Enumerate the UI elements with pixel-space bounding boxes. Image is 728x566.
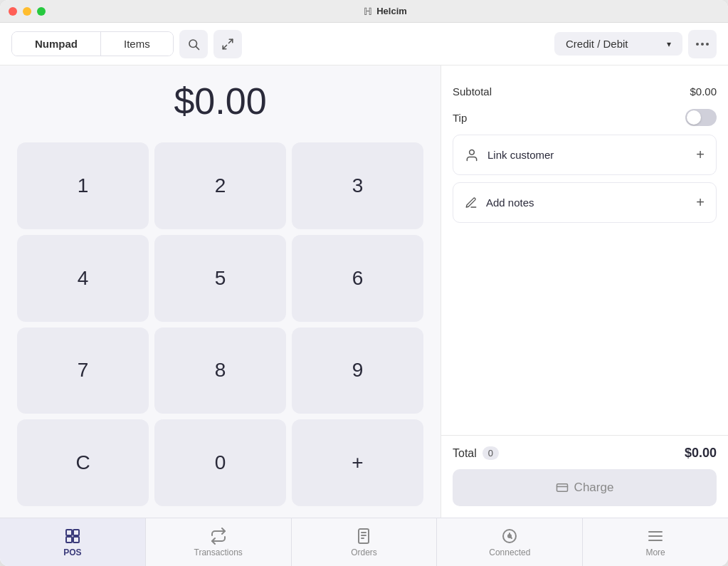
tip-row: Tip <box>453 103 717 135</box>
bottom-nav: POS Transactions Orders Connected More <box>0 518 728 566</box>
add-notes-label: Add notes <box>486 196 534 209</box>
charge-icon <box>556 481 569 494</box>
link-customer-label: Link customer <box>487 149 554 161</box>
minimize-button[interactable] <box>23 7 31 16</box>
numpad-grid: 1 2 3 4 5 6 7 8 9 C 0 + <box>0 137 441 518</box>
nav-label-pos: POS <box>63 547 81 557</box>
nav-item-connected[interactable]: Connected <box>437 518 582 566</box>
search-icon <box>187 38 200 51</box>
nav-label-orders: Orders <box>351 547 377 557</box>
num-btn-8[interactable]: 8 <box>154 327 286 414</box>
num-btn-plus[interactable]: + <box>292 419 423 506</box>
link-customer-plus-icon: + <box>696 147 705 163</box>
nav-label-transactions: Transactions <box>194 547 243 557</box>
tab-numpad[interactable]: Numpad <box>12 32 101 56</box>
tip-toggle[interactable] <box>685 109 717 126</box>
subtotal-value: $0.00 <box>690 85 717 98</box>
body-split: $0.00 1 2 3 4 5 6 7 8 9 C 0 + <box>0 65 728 518</box>
num-btn-2[interactable]: 2 <box>154 142 286 229</box>
svg-rect-10 <box>66 530 72 535</box>
total-label-text: Total <box>453 447 477 460</box>
expand-icon <box>221 38 234 51</box>
nav-item-pos[interactable]: POS <box>0 518 145 566</box>
summary-panel: Subtotal $0.00 Tip Link customer + <box>441 65 728 518</box>
transactions-icon <box>210 528 227 545</box>
app-title: Helcim <box>376 6 407 16</box>
num-btn-9[interactable]: 9 <box>292 327 423 414</box>
amount-display: $0.00 <box>0 65 441 137</box>
toolbar: Numpad Items Credit / Debit ▾ <box>0 23 728 65</box>
title-bar-text: ℍ Helcim <box>51 6 719 17</box>
svg-rect-11 <box>73 530 79 535</box>
person-icon <box>465 148 479 162</box>
connected-icon <box>501 528 518 545</box>
numpad-panel: $0.00 1 2 3 4 5 6 7 8 9 C 0 + <box>0 65 441 518</box>
nav-item-transactions[interactable]: Transactions <box>146 518 291 566</box>
toggle-knob <box>687 110 701 125</box>
more-icon <box>696 43 709 46</box>
nav-label-connected: Connected <box>489 547 530 557</box>
total-count-badge: 0 <box>482 446 499 460</box>
svg-rect-13 <box>73 537 79 543</box>
num-btn-4[interactable]: 4 <box>17 235 149 322</box>
nav-item-more[interactable]: More <box>583 518 728 566</box>
more-menu-icon <box>647 528 664 545</box>
num-btn-0[interactable]: 0 <box>154 419 286 506</box>
maximize-button[interactable] <box>37 7 46 16</box>
svg-rect-8 <box>556 484 567 492</box>
num-btn-1[interactable]: 1 <box>17 142 149 229</box>
main-content: Numpad Items Credit / Debit ▾ $0.00 <box>0 23 728 566</box>
add-notes-card[interactable]: Add notes + <box>453 182 717 223</box>
subtotal-label: Subtotal <box>453 85 492 98</box>
tip-label: Tip <box>453 112 467 124</box>
right-bottom: Total 0 $0.00 Charge <box>441 435 728 518</box>
nav-label-more: More <box>645 547 665 557</box>
num-btn-6[interactable]: 6 <box>292 235 423 322</box>
svg-point-5 <box>701 43 704 46</box>
svg-point-19 <box>508 535 511 538</box>
expand-button[interactable] <box>213 30 242 58</box>
more-button[interactable] <box>688 30 717 58</box>
payment-method-label: Credit / Debit <box>566 38 628 50</box>
chevron-down-icon: ▾ <box>667 39 671 49</box>
num-btn-5[interactable]: 5 <box>154 235 286 322</box>
charge-label: Charge <box>574 481 614 495</box>
subtotal-row: Subtotal $0.00 <box>453 80 717 103</box>
svg-rect-12 <box>66 537 72 543</box>
num-btn-clear[interactable]: C <box>17 419 149 506</box>
close-button[interactable] <box>9 7 17 16</box>
num-btn-3[interactable]: 3 <box>292 142 423 229</box>
search-button[interactable] <box>179 30 208 58</box>
tab-items[interactable]: Items <box>101 32 173 56</box>
svg-line-1 <box>196 46 199 49</box>
app-window: ℍ Helcim Numpad Items Credit / Debit ▾ <box>0 0 728 566</box>
nav-item-orders[interactable]: Orders <box>292 518 437 566</box>
total-amount: $0.00 <box>685 446 717 461</box>
link-customer-card[interactable]: Link customer + <box>453 135 717 175</box>
total-row: Total 0 $0.00 <box>453 446 717 461</box>
charge-button[interactable]: Charge <box>453 469 717 506</box>
svg-point-4 <box>696 43 699 46</box>
svg-point-6 <box>706 43 709 46</box>
pos-icon <box>64 528 81 545</box>
orders-icon <box>355 528 372 545</box>
title-bar: ℍ Helcim <box>0 0 728 23</box>
pencil-icon <box>465 196 478 209</box>
add-notes-plus-icon: + <box>696 194 705 211</box>
svg-point-7 <box>470 150 475 154</box>
num-btn-7[interactable]: 7 <box>17 327 149 414</box>
tab-group: Numpad Items <box>11 31 174 56</box>
payment-method-selector[interactable]: Credit / Debit ▾ <box>554 32 682 56</box>
